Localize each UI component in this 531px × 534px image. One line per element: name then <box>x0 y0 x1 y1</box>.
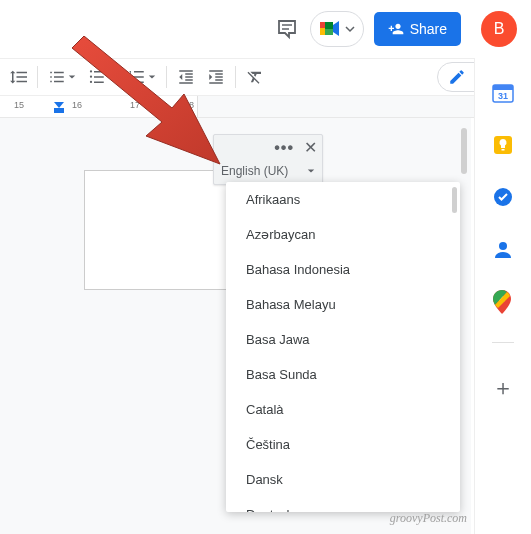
language-option[interactable]: Čeština <box>226 427 460 462</box>
ruler-tick: 15 <box>14 100 24 110</box>
side-panel: 31 ＋ <box>474 58 531 534</box>
chevron-down-icon <box>345 24 355 34</box>
watermark: groovyPost.com <box>390 511 467 526</box>
language-option[interactable]: Afrikaans <box>226 182 460 217</box>
language-option[interactable]: Basa Sunda <box>226 357 460 392</box>
ruler-tick: 16 <box>72 100 82 110</box>
checklist-button[interactable] <box>43 63 81 91</box>
svg-point-15 <box>499 242 507 250</box>
language-selector[interactable]: English (UK) <box>214 160 322 184</box>
svg-rect-2 <box>320 22 325 28</box>
language-option[interactable]: Bahasa Indonesia <box>226 252 460 287</box>
person-plus-icon <box>388 21 404 37</box>
svg-text:31: 31 <box>498 91 508 101</box>
more-icon[interactable]: ••• <box>274 139 294 157</box>
calendar-icon[interactable]: 31 <box>492 82 514 104</box>
chevron-down-icon <box>68 73 76 81</box>
share-label: Share <box>410 21 447 37</box>
contacts-icon[interactable] <box>492 238 514 260</box>
menu-scrollbar[interactable] <box>452 187 457 213</box>
add-addons-icon[interactable]: ＋ <box>492 373 514 403</box>
share-button[interactable]: Share <box>374 12 461 46</box>
chevron-down-icon <box>307 167 315 175</box>
svg-rect-5 <box>325 22 333 29</box>
indent-marker-icon[interactable] <box>54 98 64 114</box>
svg-rect-13 <box>502 149 505 151</box>
svg-marker-6 <box>333 21 339 36</box>
selected-language: English (UK) <box>221 164 288 178</box>
keep-icon[interactable] <box>492 134 514 156</box>
svg-rect-8 <box>54 108 64 113</box>
avatar-letter: B <box>494 20 505 38</box>
language-option[interactable]: Deutsch <box>226 497 460 512</box>
google-meet-icon <box>319 18 341 40</box>
decrease-indent-button[interactable] <box>172 63 200 91</box>
language-panel: ••• ✕ English (UK) <box>213 134 323 185</box>
chevron-down-icon <box>148 73 156 81</box>
line-spacing-button[interactable] <box>4 63 32 91</box>
comment-history-icon[interactable] <box>274 16 300 42</box>
svg-rect-3 <box>320 28 325 35</box>
ruler-tick: 17 <box>130 100 140 110</box>
increase-indent-button[interactable] <box>202 63 230 91</box>
svg-rect-10 <box>493 85 513 90</box>
meet-button[interactable] <box>310 11 364 47</box>
language-option[interactable]: Bahasa Melayu <box>226 287 460 322</box>
avatar[interactable]: B <box>481 11 517 47</box>
chevron-down-icon <box>108 73 116 81</box>
numbered-list-button[interactable] <box>123 63 161 91</box>
ruler[interactable]: 15 16 17 18 <box>0 96 531 118</box>
side-panel-divider <box>492 342 514 343</box>
maps-icon[interactable] <box>492 290 514 312</box>
language-menu: Afrikaans Azərbaycan Bahasa Indonesia Ba… <box>226 182 460 512</box>
language-option[interactable]: Dansk <box>226 462 460 497</box>
tasks-icon[interactable] <box>492 186 514 208</box>
language-option[interactable]: Català <box>226 392 460 427</box>
ruler-tick: 18 <box>184 100 194 110</box>
clear-formatting-button[interactable] <box>241 63 269 91</box>
language-option[interactable]: Azərbaycan <box>226 217 460 252</box>
top-bar: Share B <box>0 0 531 58</box>
language-option[interactable]: Basa Jawa <box>226 322 460 357</box>
close-icon[interactable]: ✕ <box>304 138 317 157</box>
bulleted-list-button[interactable] <box>83 63 121 91</box>
svg-marker-7 <box>54 102 64 108</box>
formatting-toolbar <box>0 58 531 96</box>
pencil-icon <box>448 68 466 86</box>
